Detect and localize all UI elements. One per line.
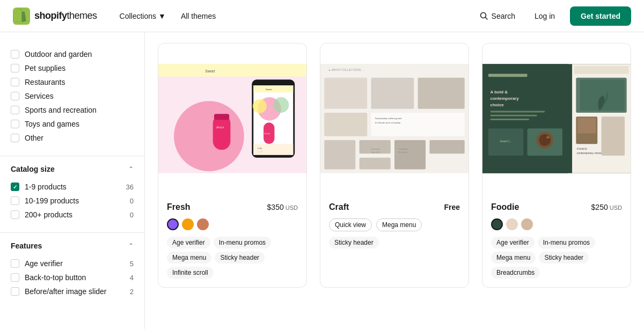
checkbox-toys[interactable]: [11, 120, 19, 128]
filter-sports[interactable]: Sports and recreation: [11, 103, 134, 117]
foodie-tag-age-verifier: Age verifier: [491, 237, 535, 248]
foodie-card-body: Foodie $250 USD Age verifier In-menu pro…: [482, 194, 631, 287]
fresh-card-body: Fresh $350 USD Age verifier In-menu prom…: [158, 194, 306, 287]
fresh-tag-in-menu: In-menu promos: [214, 237, 271, 248]
filter-restaurants[interactable]: Restaurants: [11, 75, 134, 89]
checkbox-10-199[interactable]: [11, 196, 19, 205]
craft-quick-view-btn[interactable]: Quick view: [329, 218, 372, 231]
filter-toys[interactable]: Toys and games: [11, 117, 134, 131]
svg-text:Good C...: Good C...: [500, 140, 512, 143]
craft-preview-image: ▲ ABOUT COLLECTIONS ... Sustainably craf…: [320, 43, 469, 194]
svg-text:☺ ⚡: ☺ ⚡: [258, 150, 263, 153]
svg-point-53: [539, 134, 551, 146]
filter-200plus[interactable]: 200+ products 0: [11, 208, 134, 222]
svg-rect-25: [371, 78, 414, 109]
checkbox-before-after[interactable]: [11, 287, 19, 296]
svg-text:to elevate your everyday.: to elevate your everyday.: [375, 121, 401, 124]
filter-back-to-top[interactable]: Back-to-top button 4: [11, 270, 134, 284]
nav-collections[interactable]: Collections ▼: [114, 9, 171, 24]
svg-rect-7: [214, 114, 229, 120]
foodie-tag-in-menu: In-menu promos: [538, 237, 595, 248]
features-toggle[interactable]: Features ⌃: [11, 242, 134, 250]
foodie-title-row: Foodie $250 USD: [491, 202, 622, 212]
filter-outdoor[interactable]: Outdoor and garden: [11, 47, 134, 61]
svg-text:Vase & Co.: Vase & Co.: [371, 151, 380, 153]
logo-text: shopifythemes: [34, 10, 97, 21]
svg-text:FUN.: FUN.: [258, 148, 262, 150]
features-chevron-icon: ⌃: [128, 242, 134, 250]
checkbox-1-9[interactable]: [11, 182, 19, 191]
foodie-swatch-3[interactable]: [521, 218, 533, 230]
svg-text:choice: choice: [491, 103, 504, 107]
svg-rect-11: [253, 85, 293, 92]
checkbox-outdoor[interactable]: [11, 50, 19, 59]
nav-all-themes[interactable]: All themes: [175, 9, 221, 24]
svg-rect-46: [491, 111, 545, 112]
svg-rect-47: [491, 115, 537, 116]
catalog-size-toggle[interactable]: Catalog size ⌃: [11, 165, 134, 173]
search-button[interactable]: Search: [475, 9, 519, 24]
svg-point-14: [273, 97, 289, 113]
svg-rect-34: [360, 158, 391, 170]
svg-text:Glassware: Glassware: [371, 148, 380, 150]
filter-age-verifier[interactable]: Age verifier 5: [11, 257, 134, 270]
page-layout: Outdoor and garden Pet supplies Restaura…: [0, 32, 644, 329]
svg-rect-3: [158, 64, 306, 76]
fresh-tag-mega-menu: Mega menu: [167, 252, 211, 264]
catalog-size-section: Catalog size ⌃ 1-9 products 36 10-199 pr…: [0, 156, 144, 228]
fresh-preview-svg: Sweet Jerry's Sweet: [158, 43, 306, 194]
site-header: shopifythemes Collections ▼ All themes S…: [0, 0, 644, 32]
logo[interactable]: shopifythemes: [13, 8, 97, 25]
foodie-preview-svg: A bold & contemporary choice Good C...: [482, 43, 631, 194]
craft-mega-menu-btn[interactable]: Mega menu: [376, 218, 422, 231]
svg-text:Workshop: Workshop: [398, 151, 407, 153]
svg-text:A bold &: A bold &: [491, 90, 508, 94]
filter-pet-supplies[interactable]: Pet supplies: [11, 61, 134, 75]
svg-rect-30: [324, 113, 367, 136]
checkbox-services[interactable]: [11, 92, 19, 100]
filter-1-9[interactable]: 1-9 products 36: [11, 180, 134, 194]
shopify-logo-icon: [13, 8, 30, 25]
svg-rect-27: [371, 113, 464, 136]
svg-rect-24: [324, 78, 367, 109]
checkbox-other[interactable]: [11, 134, 19, 142]
svg-rect-60: [577, 118, 596, 134]
theme-card-craft: ▲ ABOUT COLLECTIONS ... Sustainably craf…: [320, 43, 469, 288]
fresh-tags: Age verifier In-menu promos Mega menu St…: [167, 237, 298, 279]
theme-card-foodie: A bold & contemporary choice Good C...: [482, 43, 631, 288]
fresh-tag-infinite-scroll: Infinite scroll: [167, 267, 214, 279]
fresh-swatch-3[interactable]: [197, 218, 209, 230]
svg-text:A bold &: A bold &: [577, 147, 588, 150]
svg-text:Jerry's: Jerry's: [265, 133, 270, 135]
filter-before-after[interactable]: Before/after image slider 2: [11, 284, 134, 298]
fresh-swatch-1[interactable]: [167, 218, 179, 230]
foodie-tags: Age verifier In-menu promos Mega menu St…: [491, 237, 622, 279]
foodie-tag-breadcrumbs: Breadcrumbs: [491, 267, 540, 279]
foodie-theme-price: $250 USD: [591, 203, 622, 211]
fresh-swatch-2[interactable]: [182, 218, 194, 230]
checkbox-200plus[interactable]: [11, 210, 19, 219]
checkbox-pet-supplies[interactable]: [11, 64, 19, 72]
foodie-theme-name: Foodie: [491, 202, 519, 212]
fresh-tag-sticky-header: Sticky header: [215, 252, 265, 264]
catalog-size-chevron-icon: ⌃: [128, 165, 134, 173]
checkbox-restaurants[interactable]: [11, 78, 19, 86]
checkbox-age-verifier[interactable]: [11, 259, 19, 268]
filter-other[interactable]: Other: [11, 131, 134, 145]
filter-services[interactable]: Services: [11, 89, 134, 103]
craft-preview-svg: ▲ ABOUT COLLECTIONS ... Sustainably craf…: [320, 43, 469, 194]
fresh-swatches: [167, 218, 298, 230]
foodie-swatch-1[interactable]: [491, 218, 503, 230]
login-button[interactable]: Log in: [528, 9, 561, 24]
filter-10-199[interactable]: 10-199 products 0: [11, 194, 134, 208]
foodie-swatch-2[interactable]: [506, 218, 518, 230]
get-started-button[interactable]: Get started: [570, 6, 631, 26]
features-section: Features ⌃ Age verifier 5 Back-to-top bu…: [0, 232, 144, 305]
craft-tag-sticky-header: Sticky header: [329, 237, 379, 248]
svg-point-5: [174, 101, 244, 171]
checkbox-back-to-top[interactable]: [11, 273, 19, 282]
svg-rect-26: [418, 78, 465, 109]
main-nav: Collections ▼ All themes: [114, 9, 222, 24]
svg-rect-42: [488, 74, 528, 77]
checkbox-sports[interactable]: [11, 106, 19, 114]
